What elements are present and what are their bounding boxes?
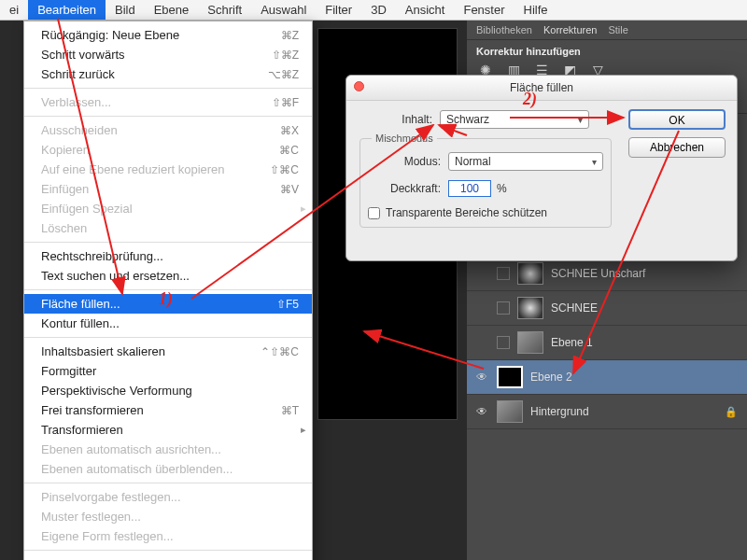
menu-item[interactable]: Formgitter [24, 361, 312, 381]
menu-item[interactable]: Transformieren [24, 420, 312, 440]
layer-row[interactable]: 👁Ebene 1 [467, 326, 747, 360]
layer-row[interactable]: 👁SCHNEE [467, 291, 747, 326]
menu-view[interactable]: Ansicht [396, 0, 455, 20]
menu-item[interactable]: Schritt vorwärts⇧⌘Z [24, 45, 312, 64]
menu-image[interactable]: Bild [106, 0, 145, 20]
menu-3d[interactable]: 3D [361, 0, 396, 20]
menu-item-label: Löschen [41, 221, 87, 235]
layer-thumb[interactable] [497, 366, 523, 388]
menu-shortcut: ⌥⌘Z [268, 68, 299, 81]
layer-name: Ebene 1 [551, 336, 593, 349]
content-select[interactable]: Schwarz [440, 110, 589, 129]
fill-dialog: Fläche füllen Inhalt: Schwarz Mischmodus… [345, 75, 738, 261]
menu-shortcut: ⇧⌘F [272, 96, 299, 109]
layer-check[interactable] [497, 336, 510, 349]
tab-libraries[interactable]: Bibliotheken [476, 24, 532, 35]
dialog-title: Fläche füllen [346, 76, 737, 101]
preserve-transparency-checkbox[interactable]: Transparente Bereiche schützen [368, 206, 603, 219]
menu-item-label: Rückgängig: Neue Ebene [41, 28, 179, 42]
menu-item-label: Perspektivische Verformung [41, 384, 192, 398]
menu-item: Ebenen automatisch überblenden... [24, 459, 312, 479]
cancel-button[interactable]: Abbrechen [628, 137, 726, 158]
tab-adjustments[interactable]: Korrekturen [543, 24, 597, 35]
menu-shortcut: ⌃⇧⌘C [261, 345, 299, 358]
menu-item[interactable]: Entleeren [24, 554, 312, 560]
menu-item: Ausschneiden⌘X [24, 120, 312, 140]
layer-thumb[interactable] [517, 331, 543, 354]
layer-thumb[interactable] [497, 400, 523, 423]
content-label: Inhalt: [359, 113, 432, 126]
menu-shortcut: ⇧F5 [276, 298, 299, 311]
menu-item-label: Formgitter [41, 364, 96, 378]
menu-help[interactable]: Hilfe [514, 0, 557, 20]
layer-check[interactable] [497, 301, 510, 315]
mode-select[interactable]: Normal [448, 152, 603, 171]
adjustments-title: Korrektur hinzufügen [467, 40, 747, 61]
opacity-input[interactable] [448, 180, 491, 197]
visibility-icon[interactable]: 👁 [474, 370, 489, 385]
menu-item[interactable]: Inhaltsbasiert skalieren⌃⇧⌘C [24, 342, 312, 361]
menu-item[interactable]: Perspektivische Verformung [24, 381, 312, 400]
menu-item-label: Eigene Form festlegen... [41, 529, 174, 543]
menu-item-label: Verblassen... [41, 95, 111, 109]
menu-select[interactable]: Auswahl [251, 0, 316, 20]
menu-item-label: Einfügen Spezial [41, 202, 133, 216]
menu-item-label: Transformieren [41, 423, 123, 437]
menu-item[interactable]: Fläche füllen...⇧F5 [24, 294, 312, 314]
layer-row[interactable]: 👁SCHNEE Unscharf [467, 257, 747, 291]
menu-item: Kopieren⌘C [24, 140, 312, 160]
menu-window[interactable]: Fenster [454, 0, 514, 20]
menu-item[interactable]: Frei transformieren⌘T [24, 400, 312, 420]
menu-item: Verblassen...⇧⌘F [24, 92, 312, 112]
menu-item-label: Fläche füllen... [41, 297, 120, 311]
menu-item-label: Frei transformieren [41, 403, 144, 417]
visibility-icon[interactable]: 👁 [474, 404, 489, 419]
menu-layer[interactable]: Ebene [145, 0, 199, 20]
menu-shortcut: ⌘C [279, 144, 299, 157]
menu-type[interactable]: Schrift [198, 0, 251, 20]
layer-row[interactable]: 👁Hintergrund🔒 [467, 395, 747, 429]
edit-dropdown: Rückgängig: Neue Ebene⌘ZSchritt vorwärts… [23, 21, 313, 560]
tab-styles[interactable]: Stile [608, 24, 627, 35]
menu-shortcut: ⇧⌘Z [272, 49, 299, 62]
menu-item-label: Schritt vorwärts [41, 48, 125, 62]
menu-shortcut: ⌘X [280, 124, 299, 137]
menu-filter[interactable]: Filter [316, 0, 361, 20]
menu-item-label: Auf eine Ebene reduziert kopieren [41, 162, 225, 176]
menu-item-label: Schritt zurück [41, 67, 115, 81]
preserve-check-input[interactable] [368, 207, 380, 219]
close-icon[interactable] [354, 81, 364, 91]
menu-item-label: Einfügen [41, 182, 89, 196]
system-menubar: ei Bearbeiten Bild Ebene Schrift Auswahl… [0, 0, 747, 21]
menu-item: Ebenen automatisch ausrichten... [24, 440, 312, 459]
menu-item: Löschen [24, 218, 312, 238]
menu-item[interactable]: Schritt zurück⌥⌘Z [24, 64, 312, 84]
layer-row[interactable]: 👁Ebene 2 [467, 360, 747, 395]
menu-item-label: Rechtschreibprüfung... [41, 249, 163, 263]
menu-item-label: Kopieren [41, 143, 90, 157]
mode-label: Modus: [368, 155, 441, 168]
menu-item: Einfügen⌘V [24, 179, 312, 199]
ok-button[interactable]: OK [628, 109, 726, 130]
menu-file-trunc[interactable]: ei [0, 0, 28, 20]
menu-shortcut: ⌘Z [281, 29, 299, 42]
menu-item: Eigene Form festlegen... [24, 526, 312, 546]
panel-tabs: Bibliotheken Korrekturen Stile [467, 21, 747, 40]
layer-check[interactable] [497, 267, 510, 280]
layer-name: Ebene 2 [530, 371, 572, 384]
blend-fieldset: Mischmodus Modus: Normal Deckkraft: % Tr… [359, 138, 612, 228]
menu-item[interactable]: Rückgängig: Neue Ebene⌘Z [24, 25, 312, 45]
menu-item-label: Ebenen automatisch überblenden... [41, 462, 233, 476]
lock-icon: 🔒 [725, 406, 738, 418]
menu-item[interactable]: Kontur füllen... [24, 314, 312, 333]
menu-item-label: Muster festlegen... [41, 510, 141, 524]
menu-item[interactable]: Rechtschreibprüfung... [24, 246, 312, 266]
layer-name: SCHNEE Unscharf [551, 267, 645, 280]
layer-thumb[interactable] [517, 262, 543, 285]
menu-edit[interactable]: Bearbeiten [28, 0, 106, 20]
menu-item[interactable]: Text suchen und ersetzen... [24, 266, 312, 286]
menu-item-label: Text suchen und ersetzen... [41, 269, 190, 283]
menu-item: Einfügen Spezial [24, 199, 312, 218]
layer-thumb[interactable] [517, 297, 543, 319]
menu-item: Muster festlegen... [24, 507, 312, 526]
